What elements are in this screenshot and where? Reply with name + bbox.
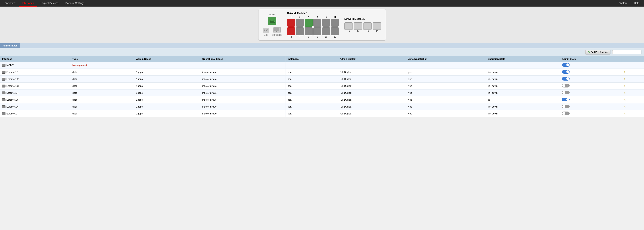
- cell-admin-speed: 1gbps: [134, 90, 200, 96]
- search-input[interactable]: [612, 50, 642, 54]
- edit-icon[interactable]: ✎: [624, 105, 626, 108]
- edit-icon[interactable]: ✎: [624, 84, 626, 88]
- cell-admin-state[interactable]: ✓: [560, 76, 621, 82]
- port-10[interactable]: [322, 27, 330, 35]
- col-op-state: Operation State: [485, 56, 560, 62]
- cell-edit: ✎: [621, 69, 644, 76]
- cell-instances: asa: [286, 90, 338, 96]
- admin-state-toggle[interactable]: ✓: [562, 63, 570, 67]
- type-value: data: [70, 82, 134, 90]
- add-port-channel-button[interactable]: ⊕ Add Port Channel: [585, 50, 610, 54]
- col-actions: [621, 56, 644, 62]
- cell-admin-duplex: Full Duplex: [338, 110, 406, 117]
- cell-admin-state[interactable]: ✕: [560, 82, 621, 90]
- edit-icon[interactable]: ✎: [624, 98, 626, 101]
- admin-state-toggle[interactable]: ✓: [562, 70, 570, 74]
- port-15[interactable]: [363, 22, 372, 30]
- cell-interface: Ethernet1/6: [0, 103, 70, 110]
- admin-state-toggle[interactable]: ✕: [562, 112, 570, 115]
- table-row: Ethernet1/1data1gbpsindeterminateasaFull…: [0, 69, 644, 76]
- type-value: data: [70, 96, 134, 103]
- port-8[interactable]: [313, 27, 321, 35]
- cell-admin-state[interactable]: ✓: [560, 96, 621, 103]
- cell-interface: Ethernet1/1: [0, 69, 70, 76]
- col-instances: Instances: [286, 56, 338, 62]
- interface-icon: [2, 105, 6, 108]
- type-value: Management: [72, 64, 87, 66]
- mgmt-port-group: MGMT: [268, 14, 276, 25]
- port-1[interactable]: [287, 18, 295, 26]
- cell-interface: MGMT: [0, 62, 70, 69]
- admin-state-toggle[interactable]: ✕: [562, 84, 570, 88]
- port-5[interactable]: [304, 18, 312, 26]
- nav-interfaces[interactable]: Interfaces: [18, 0, 37, 6]
- port-11[interactable]: [331, 18, 339, 26]
- cell-interface: Ethernet1/7: [0, 110, 70, 117]
- port-14[interactable]: [354, 22, 362, 30]
- col-admin-speed: Admin Speed: [134, 56, 200, 62]
- nm2-port-labels: 13 14 15 16: [344, 30, 381, 32]
- port-16[interactable]: [373, 22, 381, 30]
- edit-icon[interactable]: ✎: [624, 92, 626, 94]
- cell-admin-duplex: Full Duplex: [338, 90, 406, 96]
- port-7[interactable]: [313, 18, 321, 26]
- cell-op-state: [485, 62, 560, 69]
- cell-op-speed: indeterminate: [200, 69, 286, 76]
- interface-name: Ethernet1/3: [6, 84, 18, 87]
- toggle-knob: [562, 105, 565, 108]
- cell-instances: asa: [286, 110, 338, 117]
- edit-icon[interactable]: ✎: [624, 112, 626, 115]
- cell-instances: asa: [286, 69, 338, 76]
- console-port-icon: [273, 27, 280, 33]
- nm2-title: Network Module 1: [344, 18, 364, 20]
- cell-admin-duplex: Full Duplex: [338, 96, 406, 103]
- cell-interface: Ethernet1/3: [0, 82, 70, 90]
- admin-state-toggle[interactable]: ✓: [562, 77, 570, 80]
- cell-instances: [286, 62, 338, 69]
- toggle-check: ✕: [567, 84, 569, 87]
- cell-auto-neg: yes: [406, 103, 485, 110]
- col-admin-duplex: Admin Duplex: [338, 56, 406, 62]
- cell-type: Management: [70, 62, 134, 69]
- cell-edit: ✎: [621, 96, 644, 103]
- port-6[interactable]: [304, 27, 312, 35]
- usb-port-group: USB USB: [263, 28, 270, 36]
- cell-admin-duplex: [338, 62, 406, 69]
- cell-op-state: link-down: [485, 110, 560, 117]
- port-13[interactable]: [344, 22, 353, 30]
- toggle-knob: [566, 77, 569, 80]
- cell-admin-state[interactable]: ✕: [560, 103, 621, 110]
- nav-logical-devices[interactable]: Logical Devices: [37, 0, 62, 6]
- cell-admin-state[interactable]: ✓: [560, 62, 621, 69]
- nav-help[interactable]: Help: [631, 2, 642, 5]
- cell-op-state: link-down: [485, 76, 560, 82]
- nav-overview[interactable]: Overview: [2, 0, 18, 6]
- cell-admin-state[interactable]: ✕: [560, 110, 621, 117]
- cell-op-speed: indeterminate: [200, 96, 286, 103]
- cell-edit: ✎: [621, 76, 644, 82]
- port-2[interactable]: [287, 27, 295, 35]
- edit-icon[interactable]: ✎: [624, 71, 626, 74]
- interface-name: Ethernet1/1: [6, 71, 18, 74]
- nav-system[interactable]: System: [616, 2, 631, 5]
- cell-op-speed: indeterminate: [200, 90, 286, 96]
- port-12[interactable]: [331, 27, 339, 35]
- interface-icon: [2, 112, 6, 115]
- edit-icon[interactable]: ✎: [624, 78, 626, 80]
- all-interfaces-tab[interactable]: All Interfaces: [0, 43, 20, 48]
- cell-edit: ✎: [621, 103, 644, 110]
- admin-state-toggle[interactable]: ✓: [562, 98, 570, 101]
- nav-platform-settings[interactable]: Platform Settings: [62, 0, 88, 6]
- svg-rect-6: [274, 28, 279, 31]
- toggle-knob: [566, 70, 569, 73]
- admin-state-toggle[interactable]: ✕: [562, 104, 570, 108]
- cell-admin-duplex: Full Duplex: [338, 103, 406, 110]
- network-module-2: Network Module 1 13 14 15 16: [344, 18, 381, 32]
- cell-admin-state[interactable]: ✓: [560, 69, 621, 76]
- cell-interface: Ethernet1/5: [0, 96, 70, 103]
- port-9[interactable]: [322, 18, 330, 26]
- cell-admin-state[interactable]: ✕: [560, 90, 621, 96]
- port-4[interactable]: [296, 27, 304, 35]
- admin-state-toggle[interactable]: ✕: [562, 91, 570, 94]
- port-3[interactable]: [296, 18, 304, 26]
